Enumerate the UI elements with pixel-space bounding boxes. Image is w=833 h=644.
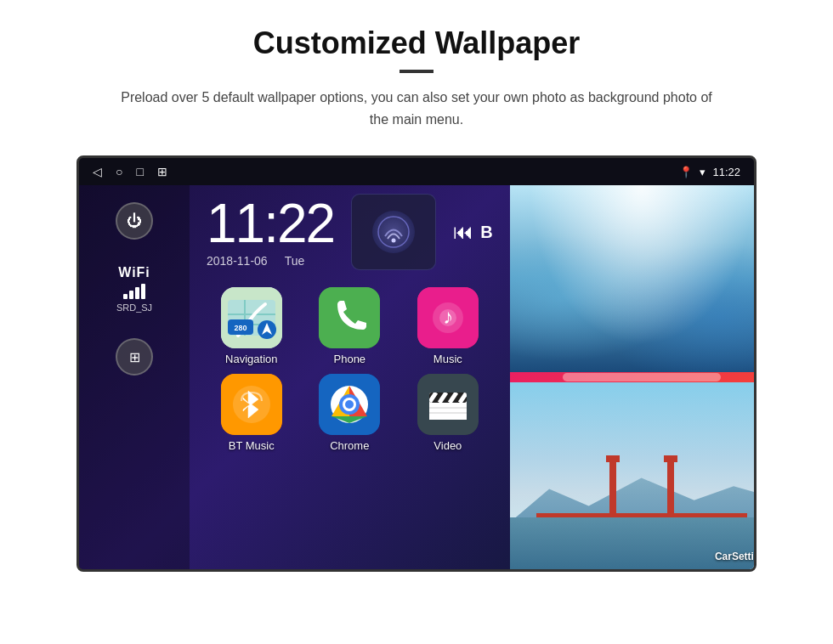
phone-label: Phone [334, 353, 366, 365]
device-container: ◁ ○ □ ⊞ 📍 ▾ 11:22 ⏻ WiFi [0, 138, 833, 589]
media-icon [372, 211, 415, 253]
chrome-svg [319, 374, 380, 435]
wifi-ssid: SRD_SJ [116, 302, 152, 313]
app-item-btmusic[interactable]: BT Music [207, 374, 297, 452]
video-svg [417, 374, 479, 435]
clock-left: 11:22 2018-11-06 Tue [207, 196, 334, 268]
app-item-navigation[interactable]: 280 Navigation [207, 287, 297, 365]
navigation-icon: 280 [221, 287, 282, 348]
app-item-phone[interactable]: Phone [305, 287, 395, 365]
page-header: Customized Wallpaper Preload over 5 defa… [0, 0, 833, 138]
app-item-music[interactable]: ♪ Music [403, 287, 493, 365]
media-widget [351, 194, 436, 270]
music-icon: ♪ [417, 287, 479, 348]
signal-svg [377, 215, 411, 249]
recent-icon[interactable]: □ [136, 165, 143, 178]
clock-day: Tue [285, 254, 305, 268]
track-label: B [480, 223, 492, 242]
wifi-label: WiFi [116, 265, 152, 280]
wallpaper-divider [510, 376, 756, 379]
screenshot-icon[interactable]: ⊞ [157, 165, 167, 178]
navigation-label: Navigation [225, 353, 277, 365]
btmusic-svg [221, 374, 282, 435]
app-item-video[interactable]: Video [403, 374, 493, 452]
carsetting-label: CarSetting [715, 551, 756, 562]
status-bar: ◁ ○ □ ⊞ 📍 ▾ 11:22 [79, 158, 754, 185]
status-time: 11:22 [712, 166, 740, 178]
ice-cave-bg [510, 185, 756, 372]
middle-bar [563, 373, 721, 381]
bridge-tower-right [667, 462, 674, 513]
svg-rect-11 [319, 287, 380, 348]
phone-icon [319, 287, 380, 348]
android-device: ◁ ○ □ ⊞ 📍 ▾ 11:22 ⏻ WiFi [76, 155, 756, 572]
video-icon [417, 374, 479, 435]
status-left: ◁ ○ □ ⊞ [93, 165, 167, 178]
music-label: Music [434, 353, 462, 365]
music-svg: ♪ [417, 287, 479, 348]
wifi-bar-3 [135, 287, 139, 299]
svg-text:♪: ♪ [443, 305, 453, 328]
video-label: Video [434, 439, 462, 452]
back-icon[interactable]: ◁ [93, 165, 102, 178]
btmusic-icon [221, 374, 282, 435]
title-divider [400, 70, 434, 73]
page-title: Customized Wallpaper [51, 25, 782, 61]
prev-track-icon[interactable]: ⏮ [453, 220, 473, 244]
main-area: ⏻ WiFi SRD_SJ ⊞ [79, 185, 754, 569]
svg-point-0 [378, 217, 409, 247]
svg-point-22 [345, 400, 354, 409]
media-controls: ⏮ B [453, 220, 492, 244]
wifi-status-icon: ▾ [700, 166, 706, 178]
phone-svg [319, 287, 380, 348]
clock-date-value: 2018-11-06 [207, 254, 268, 268]
wifi-bars [116, 284, 152, 299]
navigation-svg: 280 [221, 287, 282, 348]
page-subtitle: Preload over 5 default wallpaper options… [119, 87, 714, 130]
center-area: 11:22 2018-11-06 Tue [190, 185, 510, 569]
svg-point-1 [392, 239, 396, 243]
chrome-icon [319, 374, 380, 435]
wallpaper-panels: CarSetting [510, 185, 756, 569]
bridge-deck [536, 513, 747, 517]
wifi-bar-2 [129, 291, 133, 299]
clock-section: 11:22 2018-11-06 Tue [207, 194, 493, 270]
app-item-chrome[interactable]: Chrome [305, 374, 395, 452]
wallpaper-bottom[interactable]: CarSetting [510, 382, 756, 569]
sidebar: ⏻ WiFi SRD_SJ ⊞ [79, 185, 190, 569]
wifi-bar-1 [123, 294, 128, 299]
chrome-label: Chrome [330, 439, 369, 452]
app-grid-button[interactable]: ⊞ [116, 338, 153, 376]
bridge-towers [609, 462, 674, 513]
status-right: 📍 ▾ 11:22 [679, 166, 740, 178]
location-icon: 📍 [679, 166, 693, 178]
power-button[interactable]: ⏻ [116, 202, 153, 240]
svg-text:280: 280 [234, 324, 246, 332]
btmusic-label: BT Music [229, 439, 275, 452]
wallpaper-top[interactable] [510, 185, 756, 372]
wifi-bar-4 [141, 284, 145, 299]
home-icon[interactable]: ○ [116, 165, 122, 178]
wifi-info: WiFi SRD_SJ [116, 265, 152, 313]
app-grid: 280 Navigation [207, 287, 493, 452]
svg-rect-31 [429, 403, 467, 420]
clock-date: 2018-11-06 Tue [207, 254, 334, 268]
bridge-tower-left [609, 462, 616, 513]
clock-time: 11:22 [207, 196, 334, 251]
